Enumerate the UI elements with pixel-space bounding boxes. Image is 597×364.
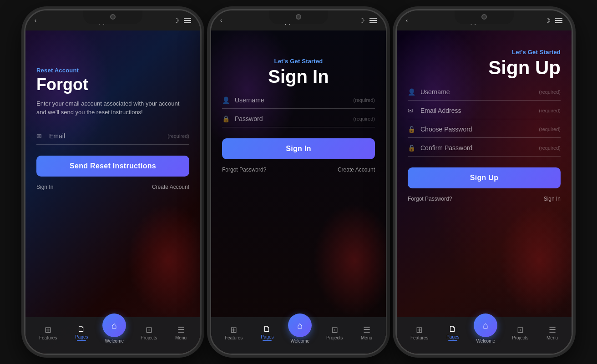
status-right-3: ☽ — [545, 17, 562, 24]
title-signup: Sign Up — [408, 57, 561, 78]
email-required-forgot: (required) — [167, 133, 189, 139]
content-signin: Let's Get Started Sign In 👤 Username (re… — [211, 30, 386, 317]
nav-projects-2[interactable]: ⊡ Projects — [323, 324, 346, 342]
pages-icon-2: 🗋 — [263, 325, 271, 333]
nav-home-1[interactable]: ⌂ Welcome — [102, 323, 126, 344]
email-icon-signup: ✉ — [408, 107, 416, 114]
email-icon-forgot: ✉ — [36, 132, 45, 140]
user-icon-signup: 👤 — [408, 88, 416, 96]
screen-signin: Let's Get Started Sign In 👤 Username (re… — [211, 30, 386, 354]
pages-icon-3: 🗋 — [449, 325, 457, 333]
signin-button[interactable]: Sign In — [222, 138, 375, 159]
notch-2 — [269, 10, 328, 24]
nav-features-2[interactable]: ⊞ Features — [221, 324, 246, 342]
screen-signup: Let's Get Started Sign Up 👤 Username (re… — [397, 30, 572, 354]
content-forgot: Reset Account Forgot Enter your email ac… — [25, 30, 200, 317]
hamburger-icon-3[interactable] — [555, 18, 562, 23]
username-required-signup: (required) — [539, 89, 561, 95]
footer-links-forgot: Sign In Create Account — [36, 184, 189, 190]
projects-label-3: Projects — [512, 335, 528, 340]
choose-password-field-signup[interactable]: 🔒 Choose Password (required) — [408, 121, 561, 138]
lock-icon-signup-1: 🔒 — [408, 126, 416, 133]
description-forgot: Enter your email account associated with… — [36, 99, 189, 117]
home-circle-2: ⌂ — [288, 313, 312, 337]
create-account-link-signin[interactable]: Create Account — [338, 167, 375, 173]
nav-pages-2[interactable]: 🗋 Pages — [257, 323, 277, 343]
subtitle-forgot: Reset Account — [36, 67, 189, 74]
title-forgot: Forgot — [36, 76, 189, 94]
phones-container: ‹ AppKit ☽ Reset Account Forgot Enter yo… — [0, 0, 597, 364]
menu-icon-3: ☰ — [549, 326, 556, 334]
home-label-3: Welcome — [476, 339, 496, 344]
hamburger-icon-2[interactable] — [369, 18, 377, 23]
camera-1 — [110, 14, 116, 20]
features-label-1: Features — [39, 335, 57, 340]
menu-icon-2: ☰ — [363, 326, 370, 334]
moon-icon-3[interactable]: ☽ — [545, 17, 551, 24]
email-field-forgot[interactable]: ✉ Email (required) — [36, 128, 189, 145]
nav-features-1[interactable]: ⊞ Features — [35, 324, 61, 342]
notch-1 — [83, 10, 142, 24]
phone-forgot: ‹ AppKit ☽ Reset Account Forgot Enter yo… — [24, 9, 202, 355]
pages-icon-1: 🗋 — [77, 325, 86, 333]
nav-projects-1[interactable]: ⊡ Projects — [137, 324, 161, 342]
phone-signin: ‹ AppKit ☽ Let's Get Started Sign In 👤 U… — [210, 9, 387, 355]
password-field-signin[interactable]: 🔒 Password (required) — [222, 111, 375, 127]
nav-menu-1[interactable]: ☰ Menu — [172, 324, 190, 342]
signup-button[interactable]: Sign Up — [408, 167, 561, 188]
username-label-signin: Username — [235, 96, 353, 104]
nav-home-2[interactable]: ⌂ Welcome — [288, 323, 312, 344]
create-account-link-forgot[interactable]: Create Account — [152, 184, 189, 190]
nav-features-3[interactable]: ⊞ Features — [407, 324, 432, 342]
hamburger-icon-1[interactable] — [184, 18, 191, 23]
projects-icon-2: ⊡ — [331, 326, 338, 334]
features-icon-1: ⊞ — [45, 326, 51, 334]
moon-icon-2[interactable]: ☽ — [359, 17, 365, 24]
nav-projects-3[interactable]: ⊡ Projects — [508, 324, 532, 342]
signin-link-signup[interactable]: Sign In — [544, 196, 561, 202]
nav-pages-1[interactable]: 🗋 Pages — [71, 323, 91, 343]
home-circle-3: ⌂ — [474, 313, 497, 337]
sign-in-link-forgot[interactable]: Sign In — [36, 184, 53, 190]
menu-label-2: Menu — [361, 335, 372, 340]
choose-password-label-signup: Choose Password — [420, 126, 539, 133]
pages-label-1: Pages — [75, 334, 88, 341]
home-icon-2: ⌂ — [297, 321, 303, 330]
moon-icon-1[interactable]: ☽ — [173, 17, 179, 24]
home-icon-1: ⌂ — [111, 321, 117, 330]
send-reset-button[interactable]: Send Reset Instructions — [36, 156, 189, 177]
features-label-3: Features — [410, 335, 428, 340]
nav-menu-2[interactable]: ☰ Menu — [357, 324, 376, 342]
user-icon-signin: 👤 — [222, 96, 230, 104]
home-icon-3: ⌂ — [483, 321, 488, 330]
projects-icon-3: ⊡ — [517, 326, 524, 334]
projects-label-1: Projects — [141, 335, 157, 340]
notch-3 — [455, 10, 514, 24]
lock-icon-signin: 🔒 — [222, 115, 230, 122]
choose-password-required-signup: (required) — [539, 126, 561, 132]
username-field-signin[interactable]: 👤 Username (required) — [222, 92, 375, 109]
forgot-password-link-signup[interactable]: Forgot Password? — [408, 196, 452, 202]
forgot-password-link-signin[interactable]: Forgot Password? — [222, 167, 266, 173]
confirm-password-field-signup[interactable]: 🔒 Confirm Password (required) — [408, 140, 561, 157]
email-field-signup[interactable]: ✉ Email Address (required) — [408, 102, 561, 119]
status-right-1: ☽ — [173, 17, 191, 24]
password-required-signin: (required) — [353, 116, 375, 121]
nav-pages-3[interactable]: 🗋 Pages — [443, 323, 463, 343]
home-circle-1: ⌂ — [102, 313, 126, 337]
back-button-2[interactable]: ‹ — [220, 17, 222, 24]
email-label-signup: Email Address — [420, 107, 539, 114]
subtitle-signin: Let's Get Started — [222, 58, 375, 65]
email-required-signup: (required) — [539, 108, 561, 113]
username-field-signup[interactable]: 👤 Username (required) — [408, 84, 561, 101]
back-button-1[interactable]: ‹ — [35, 17, 36, 24]
footer-links-signup: Forgot Password? Sign In — [408, 196, 561, 202]
menu-label-1: Menu — [175, 335, 187, 340]
username-required-signin: (required) — [353, 97, 375, 103]
nav-home-3[interactable]: ⌂ Welcome — [474, 323, 497, 344]
username-label-signup: Username — [420, 88, 539, 96]
phone-signup: ‹ AppKit ☽ Let's Get Started Sign Up 👤 U… — [395, 9, 573, 355]
back-button-3[interactable]: ‹ — [406, 17, 408, 24]
nav-menu-3[interactable]: ☰ Menu — [543, 324, 562, 342]
bottom-nav-1: ⊞ Features 🗋 Pages ⌂ Welcome ⊡ Projects — [25, 317, 200, 354]
